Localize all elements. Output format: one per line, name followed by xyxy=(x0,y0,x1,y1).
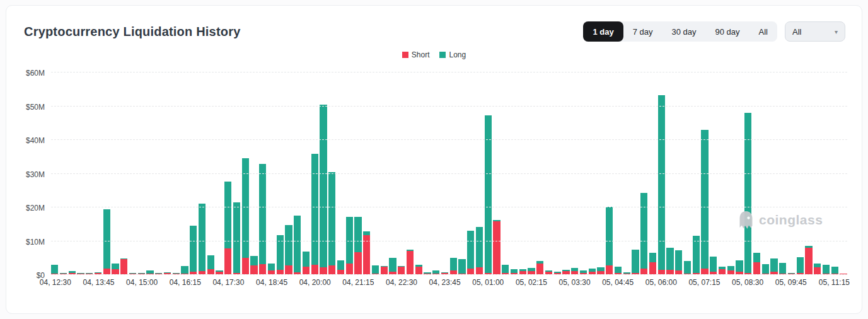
bar-long-segment xyxy=(51,265,58,274)
x-axis-label: 04, 16:15 xyxy=(170,278,201,287)
bar-long-segment xyxy=(233,202,240,273)
bar-long-segment xyxy=(658,95,665,270)
x-axis-label: 05, 09:45 xyxy=(775,278,807,287)
bar-short-segment xyxy=(606,265,613,274)
bar-long-segment xyxy=(372,265,379,274)
bar-short-segment xyxy=(224,248,231,274)
bar-short-segment xyxy=(398,267,405,274)
bar-long-segment xyxy=(467,231,474,269)
x-axis-label: 05, 01:00 xyxy=(472,278,504,287)
coinglass-ghost-icon xyxy=(738,211,755,229)
bar-long-segment xyxy=(181,266,188,274)
legend-swatch-short xyxy=(402,52,408,58)
x-axis-label: 04, 12:30 xyxy=(40,278,71,287)
bar-long-segment xyxy=(797,257,804,273)
range-button-1-day[interactable]: 1 day xyxy=(583,21,623,42)
bar-long-segment xyxy=(710,257,717,272)
bar-short-segment xyxy=(415,267,422,274)
x-axis-label: 04, 23:45 xyxy=(429,278,461,287)
bar-long-segment xyxy=(632,250,639,273)
bar-long-segment xyxy=(328,172,335,265)
time-range-button-group: 1 day7 day30 day90 dayAll xyxy=(583,21,777,42)
bar-long-segment xyxy=(294,216,301,272)
bar-long-segment xyxy=(259,164,266,264)
bar-long-segment xyxy=(337,260,344,269)
x-axis: 04, 12:3004, 13:4504, 15:0004, 16:1504, … xyxy=(51,278,847,288)
bar-long-segment xyxy=(320,105,327,267)
gridline: $60M xyxy=(51,72,847,72)
bar-long-segment xyxy=(303,252,310,267)
legend-item-long[interactable]: Long xyxy=(439,50,466,59)
y-axis-label: $30M xyxy=(26,170,45,179)
gridline: $30M xyxy=(51,173,847,174)
bar-long-segment xyxy=(250,256,257,265)
bar-short-segment xyxy=(112,269,119,274)
bar-short-segment xyxy=(381,267,388,274)
y-axis-label: $60M xyxy=(26,69,45,78)
bar-short-segment xyxy=(303,267,310,274)
bar-long-segment xyxy=(389,258,396,272)
bar-short-segment xyxy=(103,269,110,274)
y-axis-label: $40M xyxy=(26,136,45,145)
bar-long-segment xyxy=(190,226,197,272)
bar-short-segment xyxy=(250,265,257,274)
bar-long-segment xyxy=(606,207,613,265)
bar-long-segment xyxy=(666,248,673,269)
card-header: Cryptocurrency Liquidation History 1 day… xyxy=(6,6,862,42)
bar-short-segment xyxy=(814,267,821,274)
bar-long-segment xyxy=(311,154,318,264)
range-button-90-day[interactable]: 90 day xyxy=(706,21,749,42)
chart-legend: ShortLong xyxy=(6,50,862,59)
bar-long-segment xyxy=(779,263,786,274)
bar-short-segment xyxy=(311,265,318,275)
bar-long-segment xyxy=(224,182,231,248)
x-axis-label: 04, 17:30 xyxy=(212,278,244,287)
coin-select[interactable]: All ▾ xyxy=(785,21,845,42)
bar-short-segment xyxy=(346,264,353,274)
x-axis-label: 04, 21:15 xyxy=(342,278,374,287)
header-controls: 1 day7 day30 day90 dayAll All ▾ xyxy=(583,21,845,42)
bar-long-segment xyxy=(701,130,708,269)
bar-short-segment xyxy=(259,264,266,274)
gridline: $20M xyxy=(51,207,847,207)
bar-long-segment xyxy=(823,265,830,274)
bar-short-segment xyxy=(277,270,284,274)
bar-long-segment xyxy=(831,267,838,274)
bar-short-segment xyxy=(701,269,708,274)
bar-long-segment xyxy=(675,250,682,271)
bar-short-segment xyxy=(467,269,474,274)
bar-short-segment xyxy=(407,251,414,274)
bar-short-segment xyxy=(536,264,543,274)
bar-short-segment xyxy=(476,267,483,274)
legend-label: Short xyxy=(412,50,430,59)
page-title: Cryptocurrency Liquidation History xyxy=(24,25,241,39)
x-axis-label: 05, 06:00 xyxy=(645,278,677,287)
x-axis-label: 04, 13:45 xyxy=(83,278,114,287)
bar-long-segment xyxy=(103,209,110,269)
bar-short-segment xyxy=(354,252,361,274)
range-button-7-day[interactable]: 7 day xyxy=(623,21,663,42)
bar-long-segment xyxy=(736,260,743,272)
range-button-30-day[interactable]: 30 day xyxy=(662,21,705,42)
bar-short-segment xyxy=(658,270,665,274)
bar-short-segment xyxy=(320,267,327,274)
x-axis-label: 05, 11:15 xyxy=(819,278,850,287)
bar-long-segment xyxy=(502,265,509,273)
x-axis-label: 04, 18:45 xyxy=(256,278,287,287)
gridline: $40M xyxy=(51,139,847,140)
range-button-all[interactable]: All xyxy=(749,21,777,42)
legend-item-short[interactable]: Short xyxy=(402,50,430,59)
x-axis-label: 04, 22:30 xyxy=(386,278,417,287)
liquidation-history-card: Cryptocurrency Liquidation History 1 day… xyxy=(6,5,862,314)
x-axis-label: 05, 08:30 xyxy=(732,278,763,287)
gridline: $0 xyxy=(51,274,847,275)
gridline: $50M xyxy=(51,106,847,107)
bar-long-segment xyxy=(199,204,205,271)
bar-short-segment xyxy=(666,270,673,274)
bar-long-segment xyxy=(727,266,734,270)
y-axis-label: $50M xyxy=(26,103,45,112)
bar-long-segment xyxy=(615,267,622,273)
bar-short-segment xyxy=(328,265,335,274)
x-axis-label: 05, 04:45 xyxy=(602,278,634,287)
bar-short-segment xyxy=(207,269,214,274)
